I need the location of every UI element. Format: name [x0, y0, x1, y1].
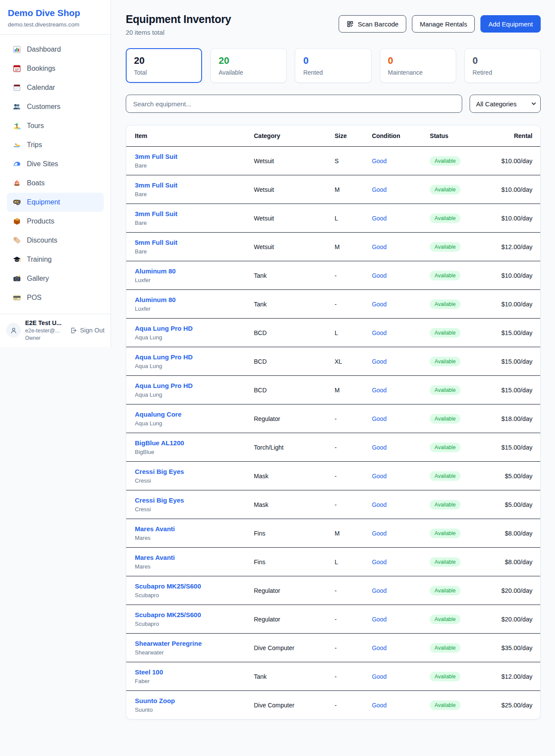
dive-mask-icon [13, 198, 21, 207]
item-name-link[interactable]: Aqua Lung Pro HD [135, 325, 193, 332]
item-name-link[interactable]: Aluminum 80 [135, 267, 176, 275]
table-row: Scubapro MK25/S600 Scubapro Regulator - … [126, 576, 540, 605]
sidebar-item-trips[interactable]: Trips [7, 135, 104, 154]
sidebar-item-label: Boats [27, 179, 45, 187]
item-name-link[interactable]: Cressi Big Eyes [135, 468, 184, 475]
item-name-link[interactable]: 3mm Full Suit [135, 153, 177, 160]
sidebar-item-boats[interactable]: Boats [7, 174, 104, 193]
sidebar-item-discounts[interactable]: Discounts [7, 231, 104, 250]
dashboard-icon [13, 45, 21, 54]
item-brand: Shearwater [135, 649, 247, 656]
stat-card-available[interactable]: 20 Available [210, 48, 287, 83]
shop-name[interactable]: Demo Dive Shop [8, 8, 103, 18]
sidebar-item-calendar[interactable]: Calendar [7, 78, 104, 97]
item-name-link[interactable]: Shearwater Peregrine [135, 640, 202, 647]
sidebar-item-training[interactable]: Training [7, 250, 104, 269]
user-name: E2E Test U... [25, 319, 65, 326]
stat-value: 0 [303, 55, 363, 66]
category-select-wrap: All Categories [470, 95, 541, 113]
item-name-link[interactable]: Suunto Zoop [135, 697, 175, 704]
manage-rentals-button[interactable]: Manage Rentals [412, 15, 475, 33]
item-name-link[interactable]: 5mm Full Suit [135, 239, 177, 246]
item-brand: Cressi [135, 506, 247, 513]
item-size: - [331, 605, 369, 634]
category-select[interactable]: All Categories [470, 95, 541, 113]
user-icon [10, 326, 18, 335]
item-condition: Good [369, 404, 427, 433]
stat-value: 20 [219, 55, 278, 66]
sidebar-item-gallery[interactable]: Gallery [7, 269, 104, 288]
sidebar-item-customers[interactable]: Customers [7, 97, 104, 116]
sidebar-item-tours[interactable]: Tours [7, 116, 104, 135]
item-category: Fins [251, 519, 331, 548]
item-category: Wetsuit [251, 147, 331, 175]
item-category: Tank [251, 662, 331, 691]
item-name-link[interactable]: BigBlue AL1200 [135, 439, 184, 447]
item-size: M [331, 233, 369, 261]
sidebar-nav: Dashboard 17 Bookings Calendar Customers [0, 35, 111, 314]
stat-card-rented[interactable]: 0 Rented [295, 48, 371, 83]
item-name-link[interactable]: 3mm Full Suit [135, 210, 177, 217]
item-category: Fins [251, 548, 331, 576]
item-condition: Good [369, 204, 427, 233]
item-size: L [331, 548, 369, 576]
item-size: - [331, 261, 369, 290]
stat-card-maintenance[interactable]: 0 Maintenance [380, 48, 456, 83]
item-brand: BigBlue [135, 449, 247, 455]
item-name-link[interactable]: Scubapro MK25/S600 [135, 582, 201, 590]
item-condition: Good [369, 548, 427, 576]
item-name-link[interactable]: Mares Avanti [135, 554, 175, 561]
stat-label: Total [134, 69, 194, 76]
item-condition: Good [369, 691, 427, 720]
item-size: - [331, 404, 369, 433]
item-name-link[interactable]: Aqua Lung Pro HD [135, 353, 193, 361]
item-category: BCD [251, 376, 331, 404]
sidebar-item-bookings[interactable]: 17 Bookings [7, 59, 104, 78]
item-category: Tank [251, 290, 331, 319]
table-body: 3mm Full Suit Bare Wetsuit S Good Availa… [126, 147, 540, 720]
table-row: 3mm Full Suit Bare Wetsuit S Good Availa… [126, 147, 540, 175]
scan-barcode-button[interactable]: Scan Barcode [339, 15, 406, 33]
status-badge: Available [430, 242, 460, 252]
item-size: XL [331, 347, 369, 376]
item-condition: Good [369, 519, 427, 548]
sidebar-item-pos[interactable]: POS [7, 288, 104, 307]
item-condition: Good [369, 605, 427, 634]
item-rental-rate: $12.00/day [482, 233, 540, 261]
table-header-row: ItemCategorySizeConditionStatusRental [126, 125, 540, 147]
item-rental-rate: $10.00/day [482, 204, 540, 233]
item-category: Mask [251, 462, 331, 490]
item-name-link[interactable]: Scubapro MK25/S600 [135, 611, 201, 618]
filter-row: All Categories [126, 95, 541, 113]
status-badge: Available [430, 299, 460, 309]
item-rental-rate: $15.00/day [482, 347, 540, 376]
table-row: 3mm Full Suit Bare Wetsuit L Good Availa… [126, 204, 540, 233]
sidebar-item-products[interactable]: Products [7, 212, 104, 231]
search-input[interactable] [126, 95, 462, 113]
item-name-link[interactable]: Aqualung Core [135, 411, 182, 418]
item-name-link[interactable]: Aluminum 80 [135, 296, 176, 303]
stat-card-total[interactable]: 20 Total [126, 48, 202, 83]
item-name-link[interactable]: Aqua Lung Pro HD [135, 382, 193, 389]
sidebar-item-dive-sites[interactable]: Dive Sites [7, 154, 104, 174]
item-name-link[interactable]: Cressi Big Eyes [135, 496, 184, 504]
page-title: Equipment Inventory [126, 13, 231, 26]
shop-domain: demo.test.divestreams.com [8, 21, 103, 28]
header-actions: Scan Barcode Manage Rentals Add Equipmen… [339, 15, 541, 33]
status-badge: Available [430, 643, 460, 653]
item-name-link[interactable]: Mares Avanti [135, 525, 175, 532]
item-category: Regulator [251, 576, 331, 605]
sign-out-button[interactable]: Sign Out [70, 327, 104, 334]
sidebar-item-dashboard[interactable]: Dashboard [7, 40, 104, 59]
item-size: - [331, 490, 369, 519]
stat-label: Rented [303, 69, 363, 76]
stat-card-retired[interactable]: 0 Retired [464, 48, 541, 83]
item-category: Wetsuit [251, 175, 331, 204]
sidebar-item-equipment[interactable]: Equipment [7, 193, 104, 212]
add-equipment-button[interactable]: Add Equipment [480, 15, 541, 33]
column-header: Condition [369, 125, 427, 147]
item-name-link[interactable]: Steel 100 [135, 668, 163, 676]
item-name-link[interactable]: 3mm Full Suit [135, 181, 177, 189]
sidebar-item-label: Calendar [27, 84, 55, 92]
status-badge: Available [430, 214, 460, 223]
